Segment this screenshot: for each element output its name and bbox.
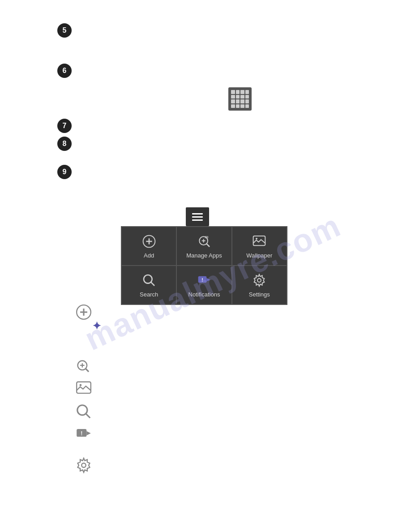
menu-item-settings-label: Settings xyxy=(249,291,270,298)
menu-button[interactable] xyxy=(186,207,209,226)
bullet-6: 6 xyxy=(57,64,72,78)
sidebar-manage-apps-icon[interactable] xyxy=(75,358,92,375)
sidebar-search-icon[interactable] xyxy=(75,403,92,420)
menu-item-notifications[interactable]: ! Notifications xyxy=(176,266,231,305)
bullet-8: 8 xyxy=(57,137,72,151)
svg-point-14 xyxy=(257,279,261,282)
menu-item-add-label: Add xyxy=(144,252,154,259)
menu-item-notifications-label: Notifications xyxy=(188,291,220,298)
svg-line-11 xyxy=(151,283,154,286)
svg-rect-7 xyxy=(205,236,208,238)
menu-item-wallpaper-label: Wallpaper xyxy=(246,252,272,259)
add-icon xyxy=(141,233,157,249)
search-icon xyxy=(141,272,157,288)
apps-grid-icon xyxy=(228,87,252,111)
menu-item-settings[interactable]: Settings xyxy=(232,266,287,305)
menu-item-add[interactable]: Add xyxy=(121,227,176,266)
sidebar-settings-icon[interactable] xyxy=(75,457,92,474)
svg-text:!: ! xyxy=(81,430,82,437)
menu-item-manage-apps-label: Manage Apps xyxy=(186,252,222,259)
bullet-5: 5 xyxy=(57,23,72,38)
svg-text:!: ! xyxy=(201,277,203,283)
svg-point-9 xyxy=(256,238,257,240)
menu-item-search-label: Search xyxy=(140,291,158,298)
svg-point-23 xyxy=(80,384,82,386)
svg-line-19 xyxy=(86,369,89,372)
bullet-9: 9 xyxy=(57,165,72,179)
sidebar-wallpaper-icon[interactable] xyxy=(75,380,92,397)
menu-item-manage-apps[interactable]: Manage Apps xyxy=(176,227,231,266)
svg-point-28 xyxy=(81,463,86,468)
notifications-icon: ! xyxy=(196,272,212,288)
settings-icon xyxy=(251,272,267,288)
sidebar-notifications-icon[interactable]: ! xyxy=(75,425,92,442)
add-icon-small[interactable] xyxy=(75,304,92,321)
menu-item-search[interactable]: Search xyxy=(121,266,176,305)
star-icon: ✦ xyxy=(92,320,101,332)
svg-line-4 xyxy=(206,244,210,247)
wallpaper-icon xyxy=(251,233,267,249)
svg-point-10 xyxy=(144,275,152,283)
svg-point-24 xyxy=(77,405,87,415)
bullet-7: 7 xyxy=(57,119,72,133)
manage-apps-icon xyxy=(196,233,212,249)
menu-item-wallpaper[interactable]: Wallpaper xyxy=(232,227,287,266)
svg-line-25 xyxy=(86,414,90,418)
menu-grid: Add Manage Apps Wallpaper xyxy=(121,226,287,305)
